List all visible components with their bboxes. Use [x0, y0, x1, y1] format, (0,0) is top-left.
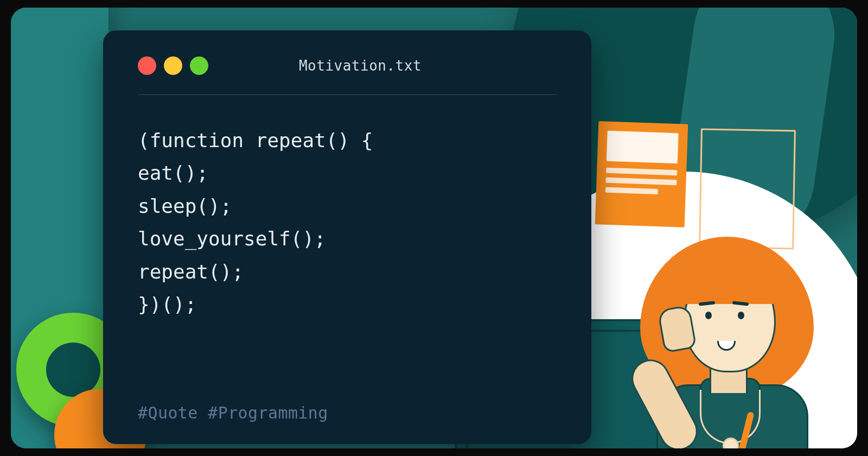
code-line: repeat(); — [138, 261, 244, 283]
editor-titlebar: Motivation.txt — [138, 56, 557, 95]
code-line: eat(); — [138, 162, 208, 184]
minimize-icon[interactable] — [164, 56, 182, 75]
code-line: })(); — [138, 293, 196, 315]
hashtags: #Quote #Programming — [138, 403, 557, 422]
quote-card: Motivation.txt (function repeat() { eat(… — [11, 8, 857, 448]
editor-filename: Motivation.txt — [208, 58, 512, 74]
code-line: (function repeat() { — [138, 129, 373, 151]
code-line: sleep(); — [138, 195, 232, 217]
document-icon — [595, 121, 688, 227]
code-block: (function repeat() { eat(); sleep(); lov… — [138, 124, 557, 321]
close-icon[interactable] — [138, 56, 156, 75]
editor-window: Motivation.txt (function repeat() { eat(… — [103, 30, 591, 444]
person-illustration — [618, 215, 835, 448]
zoom-icon[interactable] — [190, 56, 208, 75]
code-line: love_yourself(); — [138, 227, 326, 250]
window-controls — [138, 56, 208, 75]
